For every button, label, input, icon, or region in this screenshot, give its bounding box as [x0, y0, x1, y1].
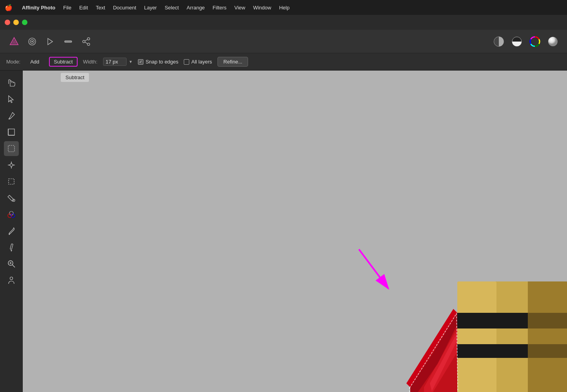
all-layers-label: All layers — [191, 59, 212, 65]
svg-rect-44 — [528, 281, 567, 392]
hand-tool-btn[interactable] — [4, 75, 19, 90]
svg-rect-41 — [457, 281, 496, 392]
arrow-annotation — [351, 245, 398, 296]
snap-to-edges-checkbox[interactable]: ✓ — [138, 59, 143, 65]
svg-rect-22 — [8, 145, 14, 152]
svg-line-36 — [12, 265, 15, 268]
menu-layer[interactable]: Layer — [140, 3, 161, 12]
menu-select[interactable]: Select — [161, 3, 183, 12]
svg-point-9 — [83, 40, 85, 43]
width-input[interactable] — [103, 58, 127, 66]
width-label: Width: — [83, 59, 98, 65]
person-tool-btn[interactable] — [4, 273, 19, 288]
main-layout — [0, 71, 567, 392]
export-persona-btn[interactable] — [42, 34, 58, 49]
menu-edit[interactable]: Edit — [75, 3, 92, 12]
affinity-logo-btn[interactable] — [6, 34, 22, 49]
color-picker-btn[interactable] — [4, 207, 19, 222]
select-tool-btn[interactable] — [4, 92, 19, 107]
develop-persona-btn[interactable] — [24, 34, 40, 49]
apple-icon: 🍎 — [5, 4, 13, 11]
magic-wand-btn[interactable] — [4, 158, 19, 172]
canvas-area — [23, 71, 567, 392]
svg-marker-34 — [11, 250, 12, 252]
svg-marker-27 — [9, 163, 14, 167]
zoom-tool-btn[interactable] — [4, 256, 19, 271]
split-tone-btn[interactable] — [491, 34, 507, 49]
toolbar — [0, 30, 567, 53]
bw-mixer-btn[interactable] — [509, 34, 525, 49]
canvas-document[interactable] — [23, 71, 567, 392]
svg-point-10 — [87, 43, 90, 45]
menu-file[interactable]: File — [59, 3, 75, 12]
left-toolbar — [0, 71, 23, 392]
options-bar: Mode: Add Subtract Width: ▼ ✓ Snap to ed… — [0, 53, 567, 71]
svg-rect-33 — [10, 244, 13, 250]
svg-line-12 — [85, 42, 88, 44]
menu-text[interactable]: Text — [92, 3, 109, 12]
tone-mapping-btn[interactable] — [60, 34, 76, 49]
traffic-lights — [0, 15, 567, 30]
svg-marker-5 — [48, 38, 53, 45]
svg-point-8 — [87, 38, 90, 40]
mode-label: Mode: — [6, 59, 20, 65]
menu-document[interactable]: Document — [109, 3, 140, 12]
lipstick-image — [261, 234, 567, 392]
svg-rect-28 — [9, 179, 14, 184]
minimize-button[interactable] — [13, 20, 19, 25]
brush-tool-btn[interactable] — [4, 223, 19, 238]
all-layers-container[interactable]: All layers — [184, 59, 212, 65]
svg-point-16 — [533, 40, 537, 44]
menu-view[interactable]: View — [230, 3, 249, 12]
menu-affinity-photo[interactable]: Affinity Photo — [18, 3, 59, 12]
menu-bar: 🍎 Affinity Photo File Edit Text Document… — [0, 0, 567, 15]
share-btn[interactable] — [78, 34, 94, 49]
color-wheel-btn[interactable] — [527, 34, 543, 49]
menu-arrange[interactable]: Arrange — [183, 3, 208, 12]
snap-to-edges-label: Snap to edges — [145, 59, 178, 65]
paint-brush-btn[interactable] — [4, 108, 19, 123]
sphere-btn[interactable] — [545, 34, 561, 49]
selection-brush-btn[interactable] — [4, 141, 19, 156]
svg-rect-19 — [8, 129, 14, 135]
marquee-select-btn[interactable] — [4, 174, 19, 189]
subtract-mode-button[interactable]: Subtract — [49, 57, 77, 67]
width-dropdown-arrow[interactable]: ▼ — [129, 60, 133, 64]
svg-point-17 — [548, 37, 558, 46]
menu-filters[interactable]: Filters — [209, 3, 230, 12]
maximize-button[interactable] — [22, 20, 27, 25]
menu-help[interactable]: Help — [275, 3, 293, 12]
add-mode-button[interactable]: Add — [26, 57, 43, 66]
close-button[interactable] — [5, 20, 10, 25]
all-layers-checkbox[interactable] — [184, 59, 189, 65]
svg-line-11 — [85, 39, 88, 41]
svg-point-4 — [31, 41, 33, 42]
pencil-tool-btn[interactable] — [4, 240, 19, 255]
snap-to-edges-container[interactable]: ✓ Snap to edges — [138, 59, 178, 65]
crop-tool-btn[interactable] — [4, 125, 19, 140]
fill-tool-btn[interactable] — [4, 191, 19, 205]
svg-line-52 — [359, 249, 388, 289]
width-container: ▼ — [103, 58, 133, 66]
menu-window[interactable]: Window — [249, 3, 275, 12]
svg-point-39 — [10, 277, 13, 280]
svg-marker-18 — [9, 96, 13, 103]
refine-button[interactable]: Refine... — [217, 57, 248, 67]
